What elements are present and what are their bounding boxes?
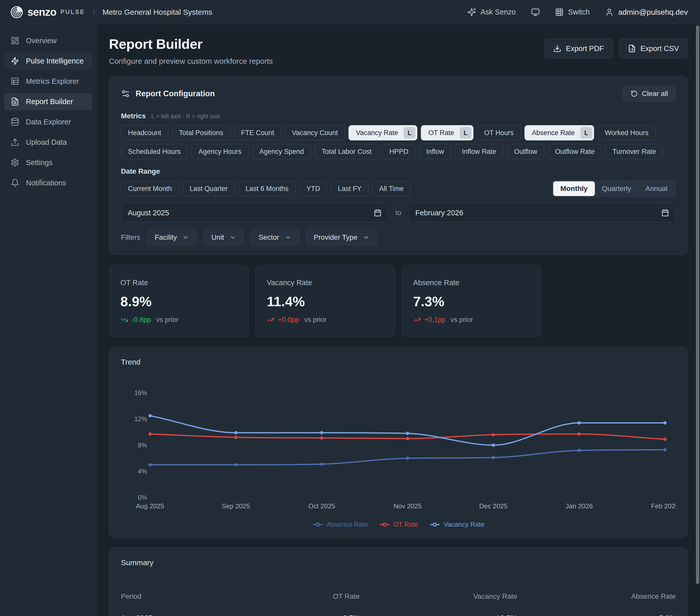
preset-chip-last-quarter[interactable]: Last Quarter (183, 181, 235, 196)
axis-badge: L (580, 127, 592, 139)
display-mode-button[interactable] (531, 8, 540, 16)
trending-up-icon (267, 316, 274, 324)
kpi-card-vacancy-rate: Vacancy Rate 11.4% +0.0pp vs prior (255, 265, 395, 337)
summary-column-header: Absence Rate (517, 592, 676, 601)
sidebar-item-settings[interactable]: Settings (4, 154, 92, 171)
metric-chip-inflow[interactable]: Inflow (419, 144, 451, 159)
sidebar-item-metrics-explorer[interactable]: Metrics Explorer (4, 73, 92, 90)
metric-chip-ot-hours[interactable]: OT Hours (477, 125, 521, 140)
metric-chip-label: Scheduled Hours (128, 148, 180, 156)
filter-dropdown-facility[interactable]: Facility (147, 229, 197, 246)
file-text-icon (11, 97, 19, 106)
kpi-card-absence-rate: Absence Rate 7.3% +0.1pp vs prior (402, 265, 541, 337)
preset-chip-ytd[interactable]: YTD (299, 181, 327, 196)
page-subtitle: Configure and preview custom workforce r… (109, 57, 273, 65)
metric-chip-label: FTE Count (241, 129, 274, 137)
metric-chip-fte-count[interactable]: FTE Count (234, 125, 282, 140)
kpi-delta-row: +0.1pp vs prior (413, 316, 530, 324)
filter-dropdown-unit[interactable]: Unit (203, 229, 244, 246)
legend-item-vacancy-rate: Vacancy Rate (429, 520, 484, 528)
sidebar-item-data-explorer[interactable]: Data Explorer (4, 113, 92, 130)
sidebar-item-pulse-intelligence[interactable]: Pulse Intelligence (4, 52, 92, 70)
date-to-input[interactable]: February 2026 (409, 203, 676, 222)
config-title: Report Configuration (136, 89, 215, 98)
user-account-button[interactable]: admin@pulsehq.dev (605, 8, 688, 16)
x-axis-tick: Sep 2025 (222, 502, 250, 510)
metric-chip-total-positions[interactable]: Total Positions (172, 125, 230, 140)
granularity-option-monthly[interactable]: Monthly (553, 181, 595, 196)
date-presets-row: Current Month Last Quarter Last 6 Months… (121, 180, 676, 197)
table-cell: 5.0% (517, 614, 676, 616)
legend-marker-icon (379, 522, 390, 527)
switch-app-button[interactable]: Switch (555, 8, 590, 16)
sidebar-item-report-builder[interactable]: Report Builder (4, 93, 92, 110)
upload-icon (11, 138, 19, 147)
preset-chip-last-6-months[interactable]: Last 6 Months (238, 181, 296, 196)
bell-icon (11, 178, 19, 187)
ask-senzo-label: Ask Senzo (480, 8, 516, 16)
date-from-value: August 2025 (128, 209, 169, 217)
metric-chip-vacancy-count[interactable]: Vacancy Count (285, 125, 345, 140)
metric-chip-absence-rate[interactable]: Absence Rate L (525, 125, 594, 140)
kpi-value: 8.9% (121, 293, 237, 309)
metric-chip-vacancy-rate[interactable]: Vacancy Rate L (349, 125, 417, 140)
granularity-option-quarterly[interactable]: Quarterly (595, 181, 638, 196)
x-axis-tick: Nov 2025 (393, 502, 422, 510)
metric-chip-label: Worked Hours (605, 129, 648, 137)
data-point (320, 462, 323, 466)
page-header: Report Builder Configure and preview cus… (109, 36, 688, 65)
metric-chip-outflow[interactable]: Outflow (507, 144, 545, 159)
clear-all-button[interactable]: Clear all (623, 86, 676, 102)
metric-chip-scheduled-hours[interactable]: Scheduled Hours (121, 144, 188, 159)
y-axis-tick: 12% (134, 415, 147, 423)
metric-chip-label: Total Labor Cost (322, 148, 372, 156)
config-header: Report Configuration Clear all (121, 86, 676, 102)
export-pdf-label: Export PDF (566, 45, 604, 53)
export-pdf-button[interactable]: Export PDF (544, 39, 613, 59)
metric-chip-turnover-rate[interactable]: Turnover Rate (605, 144, 663, 159)
metric-chip-agency-spend[interactable]: Agency Spend (252, 144, 311, 159)
filter-dropdown-sector[interactable]: Sector (251, 229, 299, 246)
sidebar-item-label: Notifications (26, 179, 66, 187)
metric-chip-label: Outflow (514, 148, 537, 156)
filter-dropdown-provider-type[interactable]: Provider Type (306, 229, 377, 246)
metric-chip-headcount[interactable]: Headcount (121, 125, 168, 140)
kpi-delta-value: -0.8pp (132, 316, 151, 324)
senzo-logo-icon[interactable] (10, 5, 23, 19)
y-axis-tick: 4% (138, 468, 147, 475)
summary-table: PeriodOT RateVacancy RateAbsence Rate Au… (121, 592, 676, 616)
table-row: Aug 20259.7%12.5%5.0% (121, 607, 676, 616)
switch-label: Switch (568, 8, 590, 16)
sidebar-item-label: Upload Data (26, 138, 67, 147)
data-point (234, 463, 237, 466)
sidebar-item-overview[interactable]: Overview (4, 32, 92, 49)
preset-chip-label: Last FY (338, 185, 361, 193)
ask-senzo-button[interactable]: Ask Senzo (467, 8, 516, 16)
scrollbar-thumb[interactable] (696, 25, 699, 584)
metric-chip-outflow-rate[interactable]: Outflow Rate (548, 144, 602, 159)
metric-chip-label: OT Hours (484, 129, 514, 137)
topbar: senzo PULSE / Metro General Hospital Sys… (0, 0, 700, 24)
sidebar-item-upload-data[interactable]: Upload Data (4, 134, 92, 151)
preset-chip-all-time[interactable]: All Time (372, 181, 411, 196)
metric-chip-worked-hours[interactable]: Worked Hours (598, 125, 655, 140)
gear-icon (11, 158, 19, 167)
sparkles-icon (467, 8, 476, 16)
data-point (406, 432, 409, 435)
legend-item-ot-rate: OT Rate (379, 520, 418, 528)
metric-chip-agency-hours[interactable]: Agency Hours (191, 144, 249, 159)
metric-chip-total-labor-cost[interactable]: Total Labor Cost (314, 144, 379, 159)
topbar-brand-group: senzo PULSE / Metro General Hospital Sys… (10, 5, 212, 19)
date-from-input[interactable]: August 2025 (121, 203, 388, 222)
download-icon (553, 45, 561, 53)
x-axis-tick: Jan 2026 (566, 502, 593, 510)
metric-chip-inflow-rate[interactable]: Inflow Rate (455, 144, 503, 159)
metric-chip-hppd[interactable]: HPPD (382, 144, 415, 159)
sidebar-item-notifications[interactable]: Notifications (4, 174, 92, 191)
preset-chip-current-month[interactable]: Current Month (121, 181, 179, 196)
granularity-option-annual[interactable]: Annual (638, 181, 675, 196)
y-axis-tick: 16% (134, 389, 147, 397)
preset-chip-last-fy[interactable]: Last FY (331, 181, 368, 196)
export-csv-button[interactable]: Export CSV (619, 39, 688, 59)
metric-chip-ot-rate[interactable]: OT Rate L (421, 125, 473, 140)
